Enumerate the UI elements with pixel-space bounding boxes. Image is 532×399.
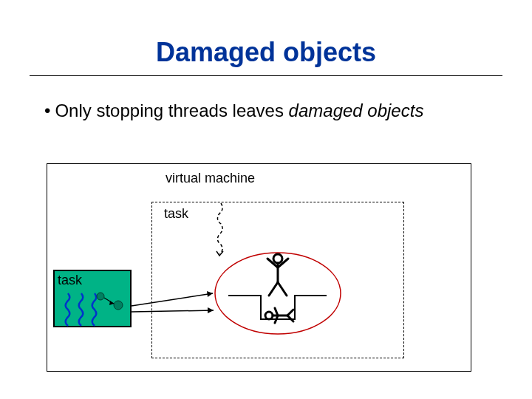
slide-title: Damaged objects xyxy=(0,37,532,68)
slide: Damaged objects •Only stopping threads l… xyxy=(0,0,532,399)
tiny-pointer xyxy=(104,298,114,304)
bullet-dot: • xyxy=(44,99,50,122)
dashed-task-label: task xyxy=(163,206,190,222)
title-underline xyxy=(30,75,502,76)
bullet-text-italic: damaged objects xyxy=(289,100,424,120)
virtual-machine-label: virtual machine xyxy=(166,171,255,186)
bullet-item: •Only stopping threads leaves damaged ob… xyxy=(44,99,502,122)
virtual-machine-box: virtual machine task xyxy=(47,163,471,372)
wavy-thread-blue-3 xyxy=(92,293,97,326)
object-circle-1 xyxy=(97,293,104,300)
dashed-task-outline xyxy=(151,202,404,358)
wavy-thread-blue-2 xyxy=(79,293,83,326)
bullet-text-prefix: Only stopping threads leaves xyxy=(55,100,288,120)
tiny-pointer-head xyxy=(109,301,114,305)
wavy-thread-blue-1 xyxy=(66,293,70,326)
object-circle-2 xyxy=(114,301,123,310)
green-task-box: task xyxy=(53,270,132,327)
green-task-label: task xyxy=(58,273,82,288)
